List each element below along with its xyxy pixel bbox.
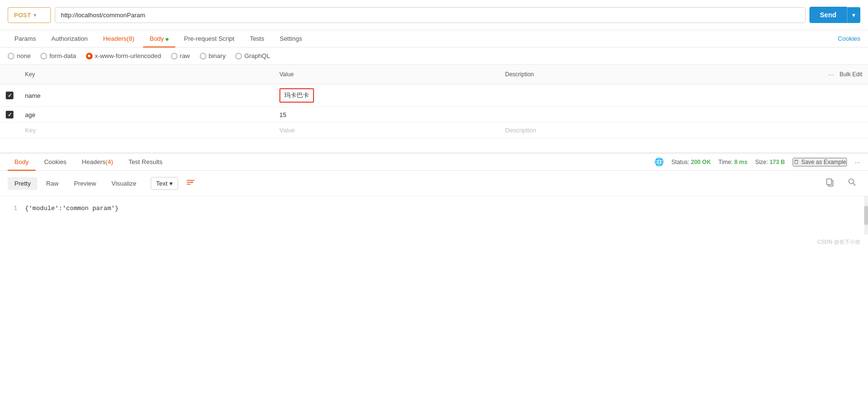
- option-binary[interactable]: binary: [200, 52, 226, 59]
- row2-description-cell[interactable]: [499, 107, 868, 123]
- table-row-empty: Key Value Description: [0, 123, 868, 138]
- row1-key-cell[interactable]: name: [19, 84, 274, 107]
- status-value: 200 OK: [691, 159, 711, 165]
- search-button[interactable]: [844, 176, 860, 191]
- tab-tests[interactable]: Tests: [243, 30, 271, 47]
- row1-value-highlighted: 玛卡巴卡: [279, 88, 314, 103]
- svg-rect-4: [827, 179, 832, 185]
- tab-authorization[interactable]: Authorization: [45, 30, 95, 47]
- row2-value-cell[interactable]: 15: [274, 107, 499, 123]
- tab-params[interactable]: Params: [8, 30, 43, 47]
- format-tabs-row: Pretty Raw Preview Visualize Text ▾: [0, 171, 868, 196]
- code-block: 1 {'module':'common param'}: [0, 196, 868, 222]
- method-select[interactable]: POST ▾: [8, 7, 51, 23]
- send-button[interactable]: Send: [809, 7, 847, 23]
- radio-graphql[interactable]: [235, 53, 242, 59]
- th-key: Key: [19, 65, 274, 84]
- radio-form-data[interactable]: [40, 53, 47, 59]
- tab-headers[interactable]: Headers(8): [96, 30, 141, 47]
- text-format-select[interactable]: Text ▾: [151, 177, 178, 190]
- url-input[interactable]: [55, 7, 806, 23]
- row2-key-cell[interactable]: age: [19, 107, 274, 123]
- svg-point-5: [849, 179, 854, 184]
- size-label: Size: 173 B: [755, 159, 785, 165]
- format-tab-raw[interactable]: Raw: [39, 177, 65, 190]
- option-x-www-form-urlencoded[interactable]: x-www-form-urlencoded: [86, 52, 161, 59]
- url-bar: POST ▾ Send ▾: [0, 0, 868, 30]
- row1-description-cell[interactable]: [499, 84, 868, 107]
- row1-checkbox[interactable]: ✓: [6, 92, 13, 99]
- watermark: CSDN @在下小吉: [0, 235, 868, 249]
- option-none[interactable]: none: [8, 52, 31, 59]
- tab-pre-request[interactable]: Pre-request Script: [177, 30, 241, 47]
- response-tab-test-results[interactable]: Test Results: [122, 153, 169, 170]
- body-dot: [166, 38, 169, 41]
- empty-key-cell[interactable]: Key: [19, 123, 274, 138]
- status-label: Status: 200 OK: [672, 159, 711, 165]
- response-tab-headers[interactable]: Headers(4): [75, 153, 120, 170]
- row2-checkbox[interactable]: ✓: [6, 111, 13, 118]
- radio-none[interactable]: [8, 53, 14, 59]
- globe-icon: 🌐: [654, 157, 664, 166]
- th-value: Value: [274, 65, 499, 84]
- option-form-data[interactable]: form-data: [40, 52, 76, 59]
- format-tab-pretty[interactable]: Pretty: [8, 177, 37, 190]
- response-tabs-row: Body Cookies Headers(4) Test Results 🌐 S…: [0, 153, 868, 171]
- method-chevron: ▾: [34, 12, 36, 18]
- send-dropdown-button[interactable]: ▾: [847, 7, 860, 23]
- response-tab-cookies[interactable]: Cookies: [37, 153, 73, 170]
- send-button-group: Send ▾: [809, 7, 860, 23]
- th-check: [0, 65, 19, 84]
- save-as-example-button[interactable]: 🗒 Save as Example: [793, 158, 847, 166]
- response-tab-body[interactable]: Body: [8, 153, 36, 170]
- time-label: Time: 8 ms: [719, 159, 747, 165]
- scrollbar-track[interactable]: [864, 196, 868, 235]
- bulk-edit-dots[interactable]: ···: [826, 69, 836, 80]
- format-tab-visualize[interactable]: Visualize: [105, 177, 143, 190]
- response-actions: [822, 176, 860, 191]
- svg-line-6: [853, 183, 856, 186]
- th-description: Description ··· Bulk Edit: [499, 65, 868, 84]
- table-row: ✓ name 玛卡巴卡: [0, 84, 868, 107]
- code-content: {'module':'common param'}: [25, 204, 119, 214]
- body-options-row: none form-data x-www-form-urlencoded raw…: [0, 47, 868, 65]
- scrollbar-thumb[interactable]: [864, 206, 868, 225]
- cookies-button[interactable]: Cookies: [838, 35, 860, 42]
- line-number: 1: [8, 204, 17, 214]
- empty-value-cell[interactable]: Value: [274, 123, 499, 138]
- copy-button[interactable]: [822, 176, 838, 191]
- time-value: 8 ms: [735, 159, 747, 165]
- method-label: POST: [14, 12, 31, 19]
- tab-body[interactable]: Body: [143, 30, 176, 47]
- size-value: 173 B: [770, 159, 785, 165]
- response-meta: 🌐 Status: 200 OK Time: 8 ms Size: 173 B …: [654, 157, 860, 166]
- radio-x-www-form-urlencoded[interactable]: [86, 53, 93, 59]
- empty-desc-cell[interactable]: Description: [499, 123, 868, 138]
- radio-raw[interactable]: [171, 53, 178, 59]
- table-row: ✓ age 15: [0, 107, 868, 123]
- option-raw[interactable]: raw: [171, 52, 190, 59]
- response-section: Body Cookies Headers(4) Test Results 🌐 S…: [0, 153, 868, 235]
- bulk-edit-button[interactable]: Bulk Edit: [840, 71, 862, 78]
- wrap-button[interactable]: [182, 176, 199, 190]
- row1-value-cell[interactable]: 玛卡巴卡: [274, 84, 499, 107]
- response-body: 1 {'module':'common param'}: [0, 196, 868, 235]
- option-graphql[interactable]: GraphQL: [235, 52, 270, 59]
- params-table: Key Value Description ··· Bulk Edit: [0, 65, 868, 138]
- response-more-button[interactable]: ···: [855, 158, 860, 166]
- radio-binary[interactable]: [200, 53, 206, 59]
- tab-settings[interactable]: Settings: [273, 30, 309, 47]
- request-tabs-row: Params Authorization Headers(8) Body Pre…: [0, 30, 868, 47]
- format-tab-preview[interactable]: Preview: [67, 177, 103, 190]
- code-line: 1 {'module':'common param'}: [8, 204, 860, 214]
- save-icon: 🗒: [794, 159, 799, 165]
